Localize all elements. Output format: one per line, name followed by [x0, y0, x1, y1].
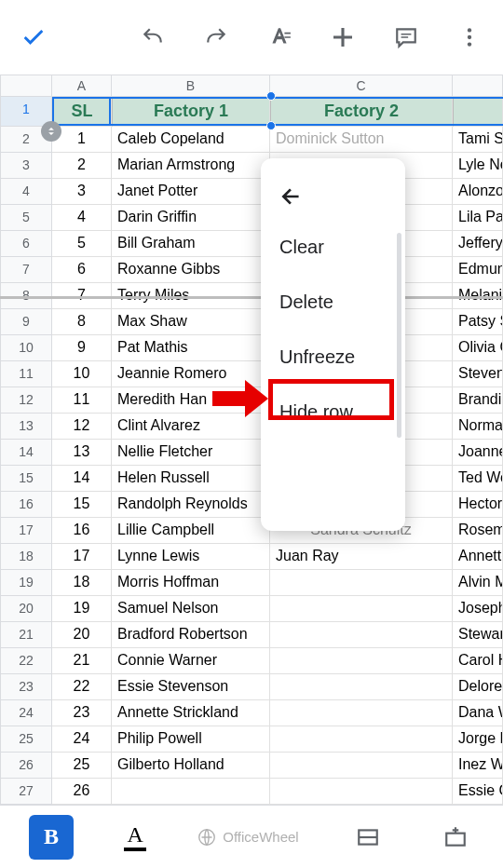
- insert-icon[interactable]: [324, 19, 361, 56]
- cell[interactable]: Randolph Reynolds: [112, 492, 270, 518]
- redo-icon[interactable]: [197, 19, 235, 56]
- cell[interactable]: Essie C: [453, 779, 503, 805]
- row-header[interactable]: 8: [0, 283, 52, 309]
- cell[interactable]: 17: [52, 544, 112, 570]
- row-header[interactable]: 13: [0, 414, 52, 440]
- cell[interactable]: Edmun: [453, 257, 503, 283]
- table-row[interactable]: 2524Philip PowellJorge N: [0, 726, 503, 753]
- cell-split-icon[interactable]: [349, 819, 387, 856]
- cell[interactable]: Bill Graham: [112, 231, 270, 257]
- cell[interactable]: Marian Armstrong: [112, 153, 270, 179]
- more-icon[interactable]: [451, 19, 488, 56]
- menu-back-button[interactable]: [261, 177, 405, 220]
- cell[interactable]: Jeannie Romero: [112, 361, 270, 387]
- cell[interactable]: [270, 622, 453, 648]
- header-cell[interactable]: SL: [52, 97, 112, 127]
- comment-icon[interactable]: [387, 19, 425, 56]
- cell[interactable]: Tami S: [453, 127, 503, 153]
- row-header[interactable]: 24: [0, 700, 52, 726]
- table-row[interactable]: 32Marian ArmstrongLyle Ne: [0, 153, 503, 179]
- cell[interactable]: Juan Ray: [270, 544, 453, 570]
- cell[interactable]: [270, 700, 453, 726]
- menu-item-delete[interactable]: Delete: [261, 275, 405, 330]
- cell[interactable]: Nellie Fletcher: [112, 440, 270, 466]
- cell[interactable]: 7: [52, 283, 112, 309]
- spreadsheet-grid[interactable]: A B C 1SLFactory 1Factory 221Caleb Copel…: [0, 75, 503, 831]
- cell[interactable]: Melanie: [453, 283, 503, 309]
- cell[interactable]: Pat Mathis: [112, 335, 270, 361]
- cell[interactable]: Max Shaw: [112, 309, 270, 335]
- row-header[interactable]: 27: [0, 779, 52, 805]
- cell[interactable]: Lillie Campbell: [112, 518, 270, 544]
- table-row[interactable]: 76Roxanne GibbsEdmun: [0, 257, 503, 283]
- cell[interactable]: Ted Wo: [453, 466, 503, 492]
- table-row[interactable]: 2120Bradford RobertsonStewar: [0, 622, 503, 648]
- table-row[interactable]: 2625Gilberto HollandInez W: [0, 753, 503, 779]
- table-row[interactable]: 1514Helen RussellTed Wo: [0, 466, 503, 492]
- cell[interactable]: [270, 779, 453, 805]
- cell[interactable]: Darin Griffin: [112, 205, 270, 231]
- cell[interactable]: Alonzo: [453, 179, 503, 205]
- cell[interactable]: [112, 779, 270, 805]
- col-header-c[interactable]: C: [270, 75, 453, 97]
- bold-button[interactable]: B: [29, 815, 74, 860]
- cell[interactable]: Roxanne Gibbs: [112, 257, 270, 283]
- cell[interactable]: Samuel Nelson: [112, 596, 270, 622]
- cell[interactable]: Philip Powell: [112, 726, 270, 753]
- cell[interactable]: Essie Stevenson: [112, 674, 270, 700]
- cell[interactable]: Normar: [453, 414, 503, 440]
- text-color-button[interactable]: A: [124, 822, 146, 851]
- col-header-d[interactable]: [453, 75, 503, 97]
- row-header[interactable]: 6: [0, 231, 52, 257]
- table-row[interactable]: 109Pat MathisOlivia C: [0, 335, 503, 361]
- table-row[interactable]: 1817Lynne LewisJuan RayAnnette: [0, 544, 503, 570]
- header-cell[interactable]: Factory 2: [270, 97, 453, 127]
- cell[interactable]: 18: [52, 570, 112, 596]
- cell[interactable]: 20: [52, 622, 112, 648]
- insert-row-icon[interactable]: [437, 819, 474, 856]
- cell[interactable]: 16: [52, 518, 112, 544]
- cell[interactable]: 14: [52, 466, 112, 492]
- row-header[interactable]: 20: [0, 596, 52, 622]
- cell[interactable]: 6: [52, 257, 112, 283]
- header-cell[interactable]: Factory 1: [112, 97, 270, 127]
- cell[interactable]: 12: [52, 414, 112, 440]
- cell[interactable]: Steven: [453, 361, 503, 387]
- cell[interactable]: [270, 674, 453, 700]
- row-header[interactable]: 18: [0, 544, 52, 570]
- cell[interactable]: Stewar: [453, 622, 503, 648]
- row-header[interactable]: 23: [0, 674, 52, 700]
- cell[interactable]: Jorge N: [453, 726, 503, 753]
- cell[interactable]: Helen Russell: [112, 466, 270, 492]
- cell[interactable]: Jeffery: [453, 231, 503, 257]
- table-row[interactable]: 1918Morris HoffmanAlvin M: [0, 570, 503, 596]
- cell[interactable]: 10: [52, 361, 112, 387]
- row-header[interactable]: 10: [0, 335, 52, 361]
- selection-handle[interactable]: [266, 121, 276, 130]
- cell[interactable]: Janet Potter: [112, 179, 270, 205]
- row-header[interactable]: 22: [0, 648, 52, 674]
- text-format-icon[interactable]: [261, 19, 298, 56]
- table-row[interactable]: 65Bill GrahamJeffery: [0, 231, 503, 257]
- table-row[interactable]: 21Caleb CopelandDominick SuttonTami S: [0, 127, 503, 153]
- cell[interactable]: 25: [52, 753, 112, 779]
- cell[interactable]: Carol H: [453, 648, 503, 674]
- menu-item-hide-row[interactable]: Hide row: [261, 385, 405, 440]
- cell[interactable]: 13: [52, 440, 112, 466]
- cell[interactable]: Lila Pa: [453, 205, 503, 231]
- cell[interactable]: 4: [52, 205, 112, 231]
- row-header[interactable]: 16: [0, 492, 52, 518]
- cell[interactable]: Terry Miles: [112, 283, 270, 309]
- cell[interactable]: Joseph: [453, 596, 503, 622]
- cell[interactable]: 22: [52, 674, 112, 700]
- row-header[interactable]: 9: [0, 309, 52, 335]
- table-row[interactable]: 1312Clint AlvarezNormar: [0, 414, 503, 440]
- cell[interactable]: Annette: [453, 544, 503, 570]
- cell[interactable]: 5: [52, 231, 112, 257]
- row-header[interactable]: 26: [0, 753, 52, 779]
- cell[interactable]: Alvin M: [453, 570, 503, 596]
- cell[interactable]: [270, 753, 453, 779]
- row-header[interactable]: 19: [0, 570, 52, 596]
- row-header[interactable]: 25: [0, 726, 52, 753]
- row-header[interactable]: 7: [0, 257, 52, 283]
